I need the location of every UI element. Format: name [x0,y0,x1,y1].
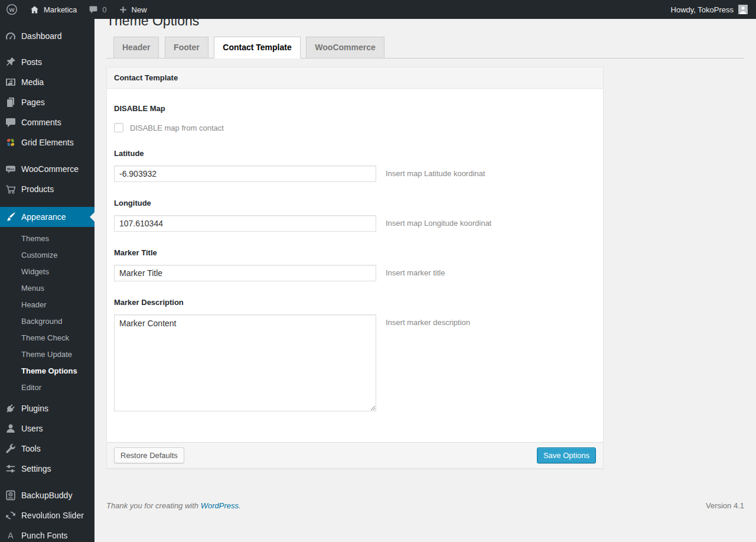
sidebar-item-label: Comments [21,118,61,126]
sidebar-item-label: Dashboard [21,32,62,40]
sidebar-item-tools[interactable]: Tools [0,439,94,459]
disable-map-checkbox-label: DISABLE map from contact [130,124,224,132]
marker-title-label: Marker Title [114,248,596,257]
latitude-label: Latitude [114,149,596,158]
sidebar-item-label: Posts [21,58,42,66]
sliders-icon [0,463,21,475]
comment-bubble-icon [89,5,98,14]
user-icon [0,423,21,434]
sidebar-item-media[interactable]: Media [0,72,94,92]
sidebar-subitem-theme-options[interactable]: Theme Options [0,363,94,379]
account-menu-link[interactable]: Howdy, TokoPress [671,5,756,14]
plus-icon [119,5,128,14]
sidebar-item-label: Punch Fonts [21,531,68,540]
sidebar-item-dashboard[interactable]: Dashboard [0,26,94,46]
site-name-label: Marketica [44,5,77,14]
wrench-icon [0,443,21,455]
disable-map-checkbox[interactable] [114,123,123,132]
tab-header[interactable]: Header [113,37,159,58]
sidebar-item-grid-elements[interactable]: Grid Elements [0,132,94,152]
sidebar-item-products[interactable]: Products [0,179,94,199]
sidebar-subitem-theme-check[interactable]: Theme Check [0,330,94,346]
latitude-input[interactable] [114,165,376,182]
comments-counter-link[interactable]: 0 [83,0,112,19]
sidebar-item-woocommerce[interactable]: Woo WooCommerce [0,159,94,179]
longitude-hint: Insert map Longitude koordinat [386,215,491,228]
svg-text:Woo: Woo [7,167,15,171]
tab-contact-template[interactable]: Contact Template [214,37,300,59]
wordpress-logo-button[interactable]: W [0,0,24,19]
cycle-icon [0,509,21,521]
sidebar-item-label: Products [21,185,54,193]
sidebar-item-settings[interactable]: Settings [0,459,94,479]
dashboard-icon [0,30,21,42]
footer-thanks-prefix: Thank you for creating with [106,501,201,510]
sidebar-item-label: WooCommerce [21,165,79,173]
version-label: Version 4.1 [706,501,744,510]
avatar [738,5,748,14]
sidebar-item-label: BackupBuddy [21,491,72,499]
sidebar-subitem-header[interactable]: Header [0,297,94,313]
save-options-button[interactable]: Save Options [537,447,596,463]
sidebar-item-pages[interactable]: Pages [0,92,94,112]
wordpress-link[interactable]: WordPress [201,501,239,510]
new-content-button[interactable]: New [113,0,153,19]
howdy-label: Howdy, TokoPress [671,5,734,14]
wordpress-logo-icon: W [6,4,18,15]
sidebar-item-appearance[interactable]: Appearance [0,207,94,227]
media-icon [0,76,21,88]
marker-title-hint: Insert marker title [386,265,445,277]
footer-thanks-text: Thank you for creating with WordPress. [106,501,241,510]
sidebar-item-posts[interactable]: Posts [0,52,94,72]
letter-a-icon: A [0,530,21,541]
sidebar-item-label: Pages [21,98,45,106]
sidebar-item-label: Grid Elements [21,138,74,147]
marker-description-textarea[interactable]: Marker Content [114,314,376,411]
disable-map-label: DISABLE Map [114,104,596,113]
sidebar-item-label: Appearance [21,213,66,221]
restore-defaults-button[interactable]: Restore Defaults [114,447,184,463]
sidebar-subitem-theme-update[interactable]: Theme Update [0,346,94,363]
svg-text:W: W [9,7,15,13]
sidebar-item-punch-fonts[interactable]: A Punch Fonts [0,525,94,542]
sidebar-subitem-themes[interactable]: Themes [0,231,94,247]
sidebar-item-label: Tools [21,444,41,453]
tab-bar: Header Footer Contact Template WooCommer… [106,37,744,59]
grid-elements-icon [0,137,21,148]
tab-footer[interactable]: Footer [165,37,208,58]
marker-description-hint: Insert marker description [386,314,470,327]
cart-icon [0,183,21,195]
pin-icon [0,56,21,68]
home-icon [30,5,40,15]
sidebar-subitem-editor[interactable]: Editor [0,379,94,396]
sidebar-item-plugins[interactable]: Plugins [0,398,94,418]
pages-icon [0,96,21,108]
main-content: Theme Options Header Footer Contact Temp… [94,12,756,510]
sidebar-subitem-menus[interactable]: Menus [0,280,94,297]
marker-title-input[interactable] [114,265,376,281]
sidebar-item-users[interactable]: Users [0,418,94,439]
sidebar-subitem-customize[interactable]: Customize [0,247,94,264]
sidebar-item-comments[interactable]: Comments [0,112,94,132]
woocommerce-icon: Woo [0,163,21,175]
sidebar-item-backupbuddy[interactable]: BackupBuddy [0,485,94,505]
brush-icon [0,211,21,223]
panel-footer: Restore Defaults Save Options [107,442,603,468]
footer-thanks-suffix: . [239,501,241,510]
sidebar-item-revolution-slider[interactable]: Revolution Slider [0,505,94,525]
comment-count: 0 [102,5,106,14]
sidebar-subitem-widgets[interactable]: Widgets [0,264,94,280]
sidebar-item-label: Settings [21,465,51,473]
longitude-label: Longitude [114,199,596,207]
backup-icon [0,489,21,501]
site-name-link[interactable]: Marketica [24,0,83,19]
sidebar-item-label: Users [21,424,43,433]
tab-woocommerce[interactable]: WooCommerce [306,37,384,58]
panel-title: Contact Template [107,67,603,89]
contact-template-panel: Contact Template DISABLE Map DISABLE map… [106,67,604,469]
latitude-hint: Insert map Latitude koordinat [386,165,485,178]
longitude-input[interactable] [114,215,376,232]
sidebar-subitem-background[interactable]: Background [0,313,94,330]
plugin-icon [0,403,21,414]
marker-description-label: Marker Description [114,298,596,307]
